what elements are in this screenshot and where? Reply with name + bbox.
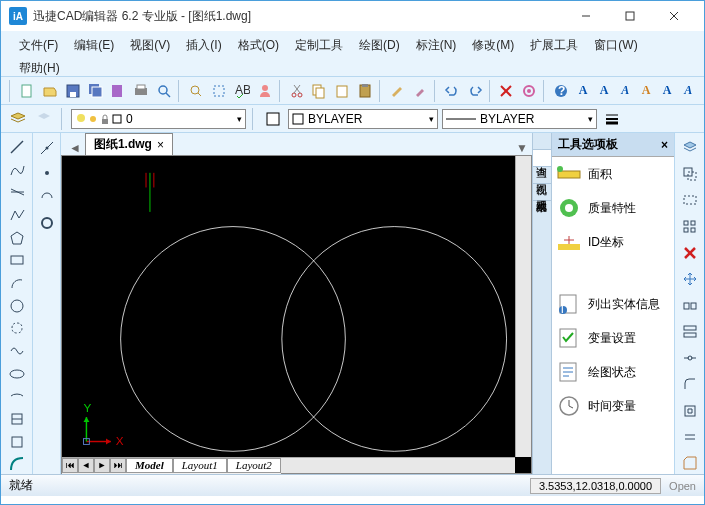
block-icon[interactable] (6, 409, 28, 429)
spell-icon[interactable]: ABC (231, 80, 253, 102)
new-icon[interactable] (16, 80, 38, 102)
palette-item-id[interactable]: ID坐标 (552, 225, 674, 259)
copyclip-icon[interactable] (331, 80, 353, 102)
side-tab-modify[interactable]: 修改 (533, 133, 551, 150)
tab-model[interactable]: Model (126, 458, 173, 473)
menu-modify[interactable]: 修改(M) (464, 35, 522, 56)
maximize-button[interactable] (608, 2, 652, 30)
next-tab-icon[interactable]: ► (94, 458, 110, 473)
user-icon[interactable] (254, 80, 276, 102)
redo-icon[interactable] (464, 80, 486, 102)
tab-layout1[interactable]: Layout1 (173, 458, 227, 473)
menu-view[interactable]: 视图(V) (122, 35, 178, 56)
tab-prev-icon[interactable]: ◄ (65, 141, 85, 155)
save-icon[interactable] (62, 80, 84, 102)
text-A5[interactable]: A (657, 81, 677, 101)
cut-icon[interactable] (286, 80, 308, 102)
color-dropdown[interactable]: BYLAYER ▾ (288, 109, 438, 129)
text-A1[interactable]: A (573, 81, 593, 101)
last-tab-icon[interactable]: ⏭ (110, 458, 126, 473)
text-A6[interactable]: A (678, 81, 698, 101)
line-icon[interactable] (6, 137, 28, 157)
menu-window[interactable]: 窗口(W) (586, 35, 645, 56)
array-icon[interactable] (679, 216, 701, 237)
print-icon[interactable] (130, 80, 152, 102)
extend-icon[interactable] (679, 400, 701, 421)
palette-item-list[interactable]: i 列出实体信息 (552, 287, 674, 321)
layer-dropdown[interactable]: 0 ▾ (71, 109, 246, 129)
linetype-dropdown[interactable]: BYLAYER ▾ (442, 109, 597, 129)
preview-icon[interactable] (153, 80, 175, 102)
menu-extend[interactable]: 扩展工具 (522, 35, 586, 56)
menu-insert[interactable]: 插入(I) (178, 35, 229, 56)
export-icon[interactable] (107, 80, 129, 102)
polyline-icon[interactable] (6, 205, 28, 225)
break-icon[interactable] (679, 295, 701, 316)
tab-layout2[interactable]: Layout2 (227, 458, 281, 473)
layers-icon[interactable] (679, 137, 701, 158)
donut-icon[interactable] (36, 212, 58, 234)
palette-item-area[interactable]: 面积 (552, 157, 674, 191)
menu-dimension[interactable]: 标注(N) (408, 35, 465, 56)
spline2-icon[interactable] (6, 341, 28, 361)
copy-icon[interactable] (308, 80, 330, 102)
side-tab-query[interactable]: 查询 (533, 150, 551, 167)
arc-icon[interactable] (6, 273, 28, 293)
ellipsearc-icon[interactable] (6, 386, 28, 406)
menu-edit[interactable]: 编辑(E) (66, 35, 122, 56)
color-picker-icon[interactable] (262, 108, 284, 130)
rect-icon[interactable] (679, 190, 701, 211)
arc2-icon[interactable] (36, 187, 58, 209)
undo-icon[interactable] (441, 80, 463, 102)
rectangle-icon[interactable] (6, 250, 28, 270)
palette-item-var[interactable]: 变量设置 (552, 321, 674, 355)
chamfer-icon[interactable] (679, 453, 701, 474)
find-icon[interactable] (185, 80, 207, 102)
close-tab-icon[interactable]: × (157, 138, 164, 152)
side-tab-3d[interactable]: 三维动观察 (533, 184, 551, 201)
xline-icon[interactable] (36, 137, 58, 159)
minimize-button[interactable] (564, 2, 608, 30)
trim-icon[interactable] (679, 321, 701, 342)
menu-custom[interactable]: 定制工具 (287, 35, 351, 56)
help-icon[interactable]: ? (550, 80, 572, 102)
drawing-canvas[interactable]: X Y ⏮ ◄ ► ⏭ Model Layout1 Layout2 (61, 155, 532, 474)
layer-prev-icon[interactable] (33, 108, 55, 130)
saveall-icon[interactable] (85, 80, 107, 102)
palette-item-mass[interactable]: 质量特性 (552, 191, 674, 225)
lineweight-icon[interactable] (601, 108, 623, 130)
revision-icon[interactable] (6, 318, 28, 338)
menu-file[interactable]: 文件(F) (11, 35, 66, 56)
document-tab[interactable]: 图纸1.dwg × (85, 133, 173, 155)
erase-icon[interactable] (679, 242, 701, 263)
move-icon[interactable] (679, 269, 701, 290)
curve-icon[interactable] (6, 454, 28, 474)
palette-close-icon[interactable]: × (661, 138, 668, 152)
open-icon[interactable] (39, 80, 61, 102)
layer-manager-icon[interactable] (7, 108, 29, 130)
join-icon[interactable] (679, 348, 701, 369)
tab-next-icon[interactable]: ▼ (512, 141, 532, 155)
point-icon[interactable] (36, 162, 58, 184)
block2-icon[interactable] (6, 432, 28, 452)
delete-icon[interactable] (496, 80, 518, 102)
text-A3[interactable]: A (615, 81, 635, 101)
side-tab-view[interactable]: 视图 (533, 167, 551, 184)
fillet-icon[interactable] (679, 374, 701, 395)
brush-icon[interactable] (409, 80, 431, 102)
first-tab-icon[interactable]: ⏮ (62, 458, 78, 473)
palette-item-status[interactable]: 绘图状态 (552, 355, 674, 389)
ellipse-icon[interactable] (6, 364, 28, 384)
menu-help[interactable]: 帮助(H) (11, 58, 68, 79)
menu-draw[interactable]: 绘图(D) (351, 35, 408, 56)
palette-item-time[interactable]: 时间变量 (552, 389, 674, 423)
text-A2[interactable]: A (594, 81, 614, 101)
select-icon[interactable] (208, 80, 230, 102)
prev-tab-icon[interactable]: ◄ (78, 458, 94, 473)
spline-icon[interactable] (6, 160, 28, 180)
text-A4[interactable]: A (636, 81, 656, 101)
menu-format[interactable]: 格式(O) (230, 35, 287, 56)
explode-icon[interactable] (679, 426, 701, 447)
polygon-icon[interactable] (6, 228, 28, 248)
vertical-scrollbar[interactable] (515, 156, 531, 457)
